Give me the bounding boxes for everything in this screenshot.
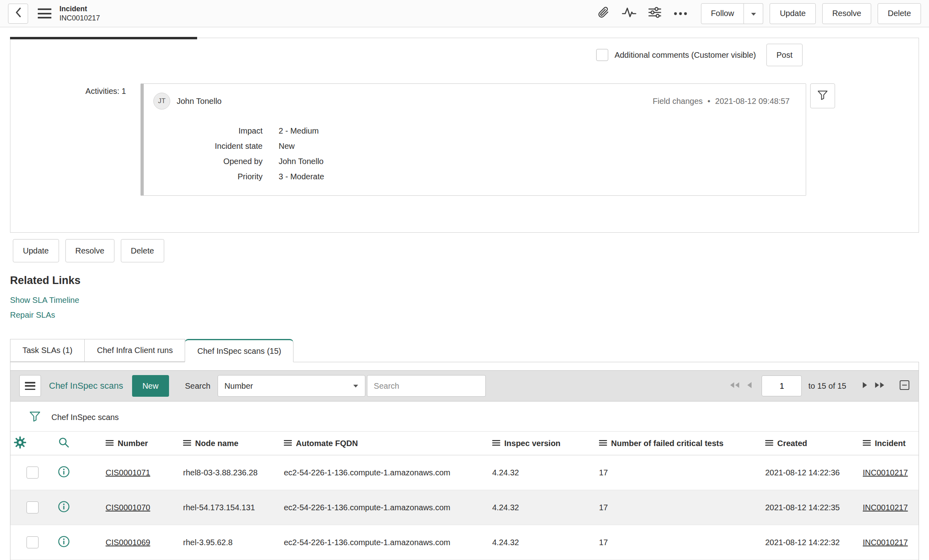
- scan-number-link[interactable]: CIS0001069: [106, 538, 150, 547]
- stacked-lines-icon: [599, 439, 607, 448]
- pulse-icon: [622, 6, 636, 20]
- activity-author: John Tonello: [177, 97, 222, 106]
- incident-link[interactable]: INC0010217: [863, 468, 908, 477]
- table-header-row: Number Node name Automate FQDN Inspec ve…: [10, 432, 919, 455]
- follow-button[interactable]: Follow: [701, 3, 744, 24]
- context-menu-icon[interactable]: [38, 8, 51, 18]
- avatar: JT: [153, 93, 170, 110]
- activity-filter-button[interactable]: [810, 83, 835, 108]
- funnel-icon[interactable]: [29, 410, 41, 424]
- column-header-created[interactable]: Created: [765, 439, 856, 448]
- field-change-value: John Tonello: [279, 154, 324, 169]
- header-resolve-button[interactable]: Resolve: [822, 3, 871, 24]
- row-preview-button[interactable]: [58, 466, 70, 480]
- next-page-button[interactable]: [859, 381, 871, 391]
- page-number-input[interactable]: [762, 375, 802, 396]
- column-header-failed-tests[interactable]: Number of failed critical tests: [599, 439, 759, 448]
- search-label: Search: [185, 381, 210, 391]
- show-sla-timeline-link[interactable]: Show SLA Timeline: [10, 296, 79, 305]
- header-delete-button[interactable]: Delete: [878, 3, 921, 24]
- column-header-inspec-version[interactable]: Inspec version: [492, 439, 593, 448]
- row-preview-button[interactable]: [58, 501, 70, 515]
- activity-stream-button[interactable]: [619, 4, 639, 24]
- column-header-incident[interactable]: Incident: [863, 439, 915, 448]
- stacked-lines-icon: [492, 439, 500, 448]
- caret-down-icon: [353, 384, 359, 388]
- column-header-number[interactable]: Number: [106, 439, 177, 448]
- info-circle-icon: [58, 466, 70, 480]
- personalize-columns-button[interactable]: [14, 436, 26, 451]
- customer-visible-checkbox[interactable]: [596, 49, 608, 61]
- last-page-button[interactable]: [871, 381, 888, 391]
- tab-chef-inspec-scans[interactable]: Chef InSpec scans (15): [185, 339, 293, 362]
- list-menu-button[interactable]: [19, 375, 41, 397]
- field-change-row: Incident state New: [153, 138, 790, 154]
- inspec-version-cell: 4.24.32: [489, 490, 596, 525]
- automate-fqdn-cell: ec2-54-226-1-136.compute-1.amazonaws.com: [281, 525, 489, 560]
- stacked-lines-icon: [863, 439, 871, 448]
- search-field-select[interactable]: Number: [218, 375, 365, 397]
- chevron-left-icon: [14, 7, 22, 20]
- breadcrumb-label[interactable]: Chef InSpec scans: [51, 413, 119, 422]
- personalize-form-button[interactable]: [645, 4, 665, 24]
- post-button[interactable]: Post: [766, 44, 803, 66]
- activities-row: Activities: 1 JT John Tonello Field chan…: [10, 83, 919, 196]
- table-row: CIS0001069 rhel-3.95.62.8 ec2-54-226-1-1…: [10, 525, 919, 560]
- failed-tests-cell: 17: [596, 455, 762, 490]
- magnifier-icon: [58, 436, 70, 450]
- sliders-icon: [648, 6, 662, 20]
- field-change-row: Priority 3 - Moderate: [153, 169, 790, 184]
- list-search-input[interactable]: [367, 375, 486, 397]
- stacked-lines-icon: [183, 439, 191, 448]
- row-preview-button[interactable]: [58, 536, 70, 550]
- list-breadcrumb: Chef InSpec scans: [10, 403, 919, 431]
- resolve-button[interactable]: Resolve: [65, 239, 114, 262]
- attachment-button[interactable]: [593, 4, 613, 24]
- more-options-button[interactable]: [670, 4, 691, 24]
- ellipsis-icon: [674, 9, 687, 18]
- back-button[interactable]: [8, 4, 28, 24]
- follow-dropdown-button[interactable]: [744, 3, 763, 24]
- scan-number-link[interactable]: CIS0001071: [106, 468, 150, 477]
- created-cell: 2021-08-12 14:22:35: [762, 490, 860, 525]
- inspec-version-cell: 4.24.32: [489, 455, 596, 490]
- update-button[interactable]: Update: [13, 239, 59, 262]
- column-search-button[interactable]: [58, 436, 70, 450]
- incident-form-section: Additional comments (Customer visible) P…: [10, 38, 919, 233]
- failed-tests-cell: 17: [596, 490, 762, 525]
- section-tab-edge: [10, 37, 197, 39]
- new-record-button[interactable]: New: [132, 375, 169, 397]
- column-header-automate-fqdn[interactable]: Automate FQDN: [284, 439, 486, 448]
- additional-comments-label: Additional comments (Customer visible): [615, 51, 756, 60]
- info-circle-icon: [58, 536, 70, 550]
- list-toolbar: Chef InSpec scans New Search Number to 1…: [10, 370, 919, 402]
- created-cell: 2021-08-12 14:22:36: [762, 455, 860, 490]
- first-page-button[interactable]: [726, 381, 743, 391]
- activity-meta: Field changes • 2021-08-12 09:48:57: [653, 97, 790, 106]
- row-checkbox[interactable]: [26, 501, 39, 513]
- column-header-node-name[interactable]: Node name: [183, 439, 277, 448]
- scans-table: Number Node name Automate FQDN Inspec ve…: [10, 431, 919, 560]
- record-title: Incident INC0010217: [59, 4, 100, 22]
- row-checkbox[interactable]: [26, 467, 39, 479]
- triangle-left-icon: [746, 381, 752, 391]
- node-name-cell: rhel8-03-3.88.236.28: [180, 455, 281, 490]
- repair-slas-link[interactable]: Repair SLAs: [10, 310, 55, 320]
- prev-page-button[interactable]: [743, 381, 755, 391]
- stacked-lines-icon: [284, 439, 292, 448]
- incident-link[interactable]: INC0010217: [863, 538, 908, 547]
- paperclip-icon: [597, 6, 610, 21]
- row-checkbox[interactable]: [26, 536, 39, 548]
- automate-fqdn-cell: ec2-54-226-1-136.compute-1.amazonaws.com: [281, 490, 489, 525]
- activity-timestamp: 2021-08-12 09:48:57: [715, 97, 790, 106]
- scan-number-link[interactable]: CIS0001070: [106, 503, 150, 512]
- incident-link[interactable]: INC0010217: [863, 503, 908, 512]
- tab-chef-infra-client-runs[interactable]: Chef Infra Client runs: [84, 339, 185, 362]
- tab-task-slas[interactable]: Task SLAs (1): [10, 339, 85, 362]
- collapse-list-button[interactable]: [899, 380, 910, 392]
- field-change-row: Impact 2 - Medium: [153, 123, 790, 138]
- funnel-icon: [817, 89, 828, 103]
- field-change-value: 3 - Moderate: [279, 169, 324, 184]
- delete-button[interactable]: Delete: [121, 239, 164, 262]
- header-update-button[interactable]: Update: [770, 3, 816, 24]
